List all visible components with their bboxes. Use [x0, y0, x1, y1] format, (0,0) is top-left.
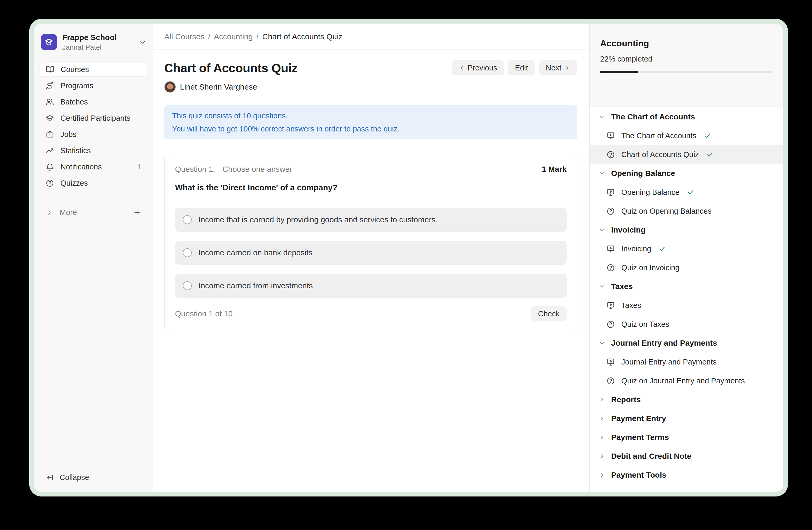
- section-title: Opening Balance: [611, 169, 675, 178]
- outline-item-the-chart-of-accounts[interactable]: The Chart of Accounts: [590, 126, 783, 145]
- check-icon: [704, 132, 711, 139]
- sidebar-item-programs[interactable]: Programs: [39, 79, 148, 93]
- chevron-down-icon[interactable]: [139, 39, 146, 46]
- frappe-school-logo: [41, 34, 57, 50]
- outline-section-payment-terms[interactable]: Payment Terms: [590, 428, 783, 447]
- outline-section-journal-entry-and-payments[interactable]: Journal Entry and Payments: [590, 334, 783, 352]
- outline-item-label: Quiz on Taxes: [621, 320, 669, 329]
- outline-item-quiz-on-opening-balances[interactable]: Quiz on Opening Balances: [590, 201, 783, 221]
- outline-item-label: Taxes: [621, 301, 641, 310]
- lesson-icon: [606, 301, 615, 310]
- breadcrumb-all-courses[interactable]: All Courses: [164, 32, 204, 41]
- sidebar-item-courses[interactable]: Courses: [39, 62, 148, 77]
- plus-icon[interactable]: [133, 209, 141, 217]
- lesson-icon: [606, 188, 615, 197]
- sidebar-more[interactable]: More: [39, 206, 148, 220]
- outline-item-taxes[interactable]: Taxes: [590, 296, 783, 315]
- author-avatar: [164, 81, 176, 93]
- option-label: Income that is earned by providing goods…: [199, 215, 438, 224]
- next-button[interactable]: Next: [539, 60, 577, 75]
- quiz-icon: [606, 377, 615, 385]
- answer-options: Income that is earned by providing goods…: [175, 208, 567, 298]
- sidebar-item-jobs[interactable]: Jobs: [39, 127, 148, 142]
- section-title: Payment Entry: [611, 414, 666, 423]
- breadcrumb-separator: /: [208, 32, 210, 41]
- course-title: Accounting: [600, 38, 773, 48]
- trending-up-icon: [45, 147, 54, 155]
- instruction-line: You will have to get 100% correct answer…: [172, 122, 569, 135]
- outline-item-label: Chart of Accounts Quiz: [621, 150, 699, 159]
- outline-item-quiz-on-invoicing[interactable]: Quiz on Invoicing: [590, 258, 783, 277]
- briefcase-icon: [45, 130, 54, 139]
- outline-item-invoicing[interactable]: Invoicing: [590, 239, 783, 258]
- check-icon: [687, 189, 694, 196]
- help-circle-icon: [45, 179, 54, 187]
- collapse-label: Collapse: [60, 473, 89, 482]
- previous-button[interactable]: Previous: [452, 60, 504, 75]
- radio-button[interactable]: [183, 281, 192, 290]
- outline-item-quiz-on-taxes[interactable]: Quiz on Taxes: [590, 315, 783, 334]
- sidebar-item-label: Notifications: [60, 163, 102, 171]
- app-window: Frappe School Jannat Patel Courses Progr…: [34, 24, 783, 492]
- outline-section-debit-and-credit-note[interactable]: Debit and Credit Note: [590, 447, 783, 465]
- radio-button[interactable]: [183, 248, 192, 257]
- outline-section-taxes[interactable]: Taxes: [590, 277, 783, 296]
- sidebar-item-notifications[interactable]: Notifications 1: [39, 160, 148, 174]
- sidebar-item-certified-participants[interactable]: Certified Participants: [39, 111, 148, 125]
- answer-option-2[interactable]: Income earned on bank deposits: [175, 241, 567, 265]
- breadcrumb-accounting[interactable]: Accounting: [214, 32, 253, 41]
- edit-button[interactable]: Edit: [508, 60, 535, 75]
- graduation-cap-icon: [45, 114, 54, 123]
- section-title: Payment Tools: [611, 471, 666, 479]
- sidebar-item-batches[interactable]: Batches: [39, 95, 148, 109]
- chevron-right-icon: [565, 65, 570, 71]
- outline-item-quiz-on-journal-entry-and-payments[interactable]: Quiz on Journal Entry and Payments: [590, 371, 783, 390]
- answer-option-3[interactable]: Income earned from investments: [175, 274, 567, 298]
- course-progress-bar: [600, 71, 773, 73]
- check-button[interactable]: Check: [531, 306, 567, 321]
- question-label: Question 1:: [175, 165, 215, 173]
- chevron-right-icon: [598, 415, 605, 422]
- workspace-title: Frappe School: [62, 33, 117, 42]
- next-label: Next: [546, 64, 561, 72]
- outline-item-opening-balance[interactable]: Opening Balance: [590, 183, 783, 201]
- check-label: Check: [538, 309, 560, 318]
- outline-item-label: Opening Balance: [621, 188, 680, 197]
- answer-option-1[interactable]: Income that is earned by providing goods…: [175, 208, 567, 232]
- lesson-icon: [606, 245, 615, 253]
- chevron-right-icon: [598, 434, 605, 441]
- course-completed-label: 22% completed: [600, 55, 773, 64]
- sidebar-item-label: Courses: [61, 65, 89, 74]
- outline-section-opening-balance[interactable]: Opening Balance: [590, 164, 783, 183]
- breadcrumb-current: Chart of Accounts Quiz: [262, 32, 343, 41]
- chevron-down-icon: [598, 226, 605, 233]
- outline-item-chart-of-accounts-quiz[interactable]: Chart of Accounts Quiz: [590, 145, 783, 164]
- section-title: Reports: [611, 395, 641, 404]
- course-outline: The Chart of Accounts The Chart of Accou…: [590, 107, 783, 492]
- outline-item-label: The Chart of Accounts: [621, 131, 696, 140]
- quiz-icon: [606, 263, 615, 272]
- sidebar-item-statistics[interactable]: Statistics: [39, 144, 148, 158]
- workspace-switcher[interactable]: Frappe School Jannat Patel: [39, 33, 148, 52]
- radio-button[interactable]: [183, 215, 192, 224]
- users-icon: [45, 98, 54, 106]
- sidebar-item-label: Programs: [60, 81, 93, 90]
- outline-item-journal-entry-and-payments[interactable]: Journal Entry and Payments: [590, 352, 783, 371]
- outline-section-invoicing[interactable]: Invoicing: [590, 221, 783, 239]
- sidebar-item-quizzes[interactable]: Quizzes: [39, 176, 148, 190]
- question-card: Question 1: Choose one answer 1 Mark Wha…: [164, 154, 577, 331]
- question-marks: 1 Mark: [542, 165, 567, 173]
- outline-section-the-chart-of-accounts[interactable]: The Chart of Accounts: [590, 107, 783, 126]
- outline-section-payment-entry[interactable]: Payment Entry: [590, 409, 783, 428]
- previous-label: Previous: [468, 64, 497, 72]
- outline-section-payment-tools[interactable]: Payment Tools: [590, 465, 783, 485]
- breadcrumb-separator: /: [256, 32, 259, 41]
- outline-section-reports[interactable]: Reports: [590, 390, 783, 409]
- chevron-down-icon: [598, 340, 605, 346]
- user-name: Jannat Patel: [62, 43, 117, 52]
- collapse-sidebar-button[interactable]: Collapse: [39, 473, 148, 482]
- sidebar-nav: Courses Programs Batches: [39, 62, 148, 190]
- lesson-icon: [606, 358, 615, 366]
- course-progress-fill: [600, 71, 638, 73]
- sidebar-item-label: Batches: [60, 98, 88, 106]
